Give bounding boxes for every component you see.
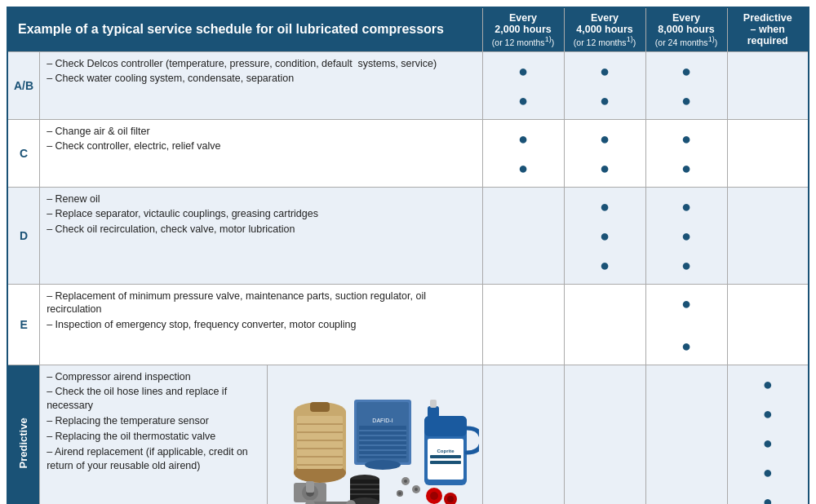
svg-point-47 <box>415 488 418 491</box>
desc-c: Change air & oil filter Check controller… <box>40 119 482 187</box>
svg-rect-33 <box>424 416 467 436</box>
desc-d: Renew oil Replace separator, victaulic c… <box>40 187 482 284</box>
row-e: E Replacement of minimum pressure valve,… <box>7 284 809 365</box>
svg-point-49 <box>398 492 401 495</box>
label-predictive: Predictive <box>7 365 40 504</box>
svg-rect-39 <box>430 461 461 464</box>
row-d: D Renew oil Replace separator, victaulic… <box>7 187 809 284</box>
col-header-4000: Every 4,000 hours (or 12 months1)) <box>564 7 645 51</box>
label-d: D <box>7 187 40 284</box>
dot-predictive-8000 <box>645 365 727 504</box>
svg-text:DAFID-I: DAFID-I <box>372 418 392 423</box>
dot-d-4000: ● ● ● <box>564 187 645 284</box>
label-ab: A/B <box>7 51 40 119</box>
svg-rect-36 <box>428 439 463 480</box>
svg-rect-38 <box>430 455 461 458</box>
dot-e-8000: ● ● <box>645 284 727 365</box>
dot-predictive-4000 <box>564 365 645 504</box>
table-title: Example of a typical service schedule fo… <box>7 7 482 51</box>
label-e: E <box>7 284 40 365</box>
desc-predictive: Compressor airend inspection Check the o… <box>40 365 267 504</box>
desc-e: Replacement of minimum pressure valve, m… <box>40 284 482 365</box>
desc-ab: Check Delcos controller (temperature, pr… <box>40 51 482 119</box>
dot-ab-predictive <box>727 51 809 119</box>
col-header-2000: Every 2,000 hours (or 12 months1)) <box>482 7 564 51</box>
dot-ab-4000: ● ● <box>564 51 645 119</box>
svg-rect-34 <box>428 406 439 418</box>
dot-c-2000: ● ● <box>482 119 564 187</box>
dot-e-2000 <box>482 284 564 365</box>
dot-predictive-2000 <box>482 365 564 504</box>
row-predictive: Predictive Compressor airend inspection … <box>7 365 809 504</box>
svg-point-43 <box>447 496 454 502</box>
svg-point-45 <box>404 480 407 483</box>
svg-point-21 <box>365 460 401 470</box>
parts-illustration: DAFID-I <box>271 375 479 504</box>
svg-text:Coprite: Coprite <box>437 449 455 453</box>
parts-image-cell: DAFID-I <box>267 365 482 504</box>
main-container: Example of a typical service schedule fo… <box>0 0 816 504</box>
svg-rect-35 <box>430 400 437 408</box>
dot-e-4000 <box>564 284 645 365</box>
dot-e-predictive <box>727 284 809 365</box>
svg-rect-31 <box>306 481 314 493</box>
dot-c-8000: ● ● <box>645 119 727 187</box>
svg-rect-10 <box>310 402 330 412</box>
dot-ab-2000: ● ● <box>482 51 564 119</box>
service-schedule-table: Example of a typical service schedule fo… <box>7 7 809 504</box>
label-c: C <box>7 119 40 187</box>
col-header-predictive: Predictive – when required <box>727 7 809 51</box>
dot-ab-8000: ● ● <box>645 51 727 119</box>
svg-point-41 <box>430 492 438 500</box>
dot-d-8000: ● ● ● <box>645 187 727 284</box>
dot-d-predictive <box>727 187 809 284</box>
dot-c-predictive <box>727 119 809 187</box>
dot-d-2000 <box>482 187 564 284</box>
dot-predictive-predictive: ● ● ● ● ● <box>727 365 809 504</box>
dot-c-4000: ● ● <box>564 119 645 187</box>
row-ab: A/B Check Delcos controller (temperature… <box>7 51 809 119</box>
row-c: C Change air & oil filter Check controll… <box>7 119 809 187</box>
col-header-8000: Every 8,000 hours (or 24 months1)) <box>645 7 727 51</box>
